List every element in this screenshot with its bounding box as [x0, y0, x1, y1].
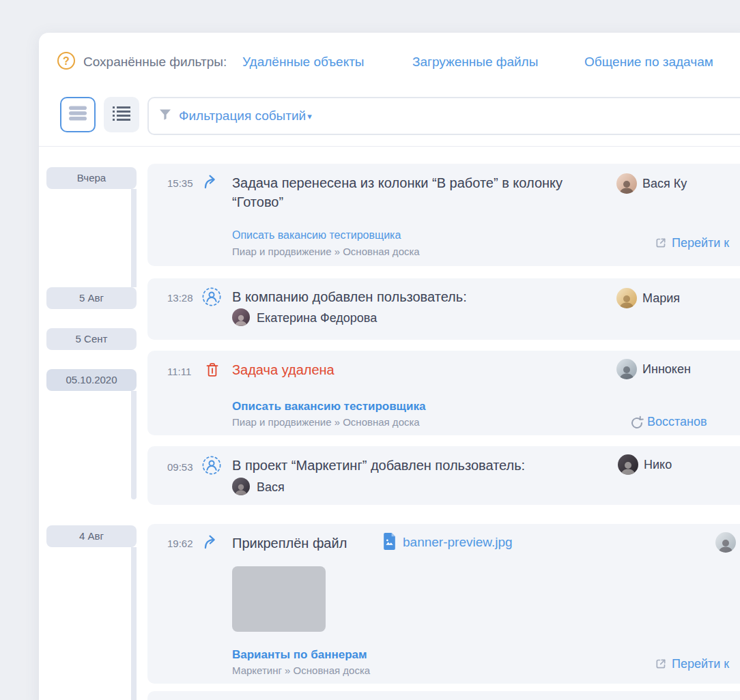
attached-file-link[interactable]: banner-preview.jpg	[403, 535, 513, 550]
event-time: 09:53	[167, 461, 193, 473]
added-user-name: Екатерина Федорова	[257, 311, 377, 325]
card-view-icon	[68, 105, 87, 124]
timeline-rail	[131, 391, 137, 499]
funnel-icon	[158, 108, 172, 124]
user-added-dashed-icon	[202, 456, 221, 478]
list-view-icon	[112, 105, 131, 124]
added-user-name: Вася	[257, 480, 285, 495]
task-link[interactable]: Описать вакансию тестировщика	[232, 400, 425, 413]
event-time: 19:62	[167, 538, 193, 549]
forward-arrow-icon	[202, 534, 220, 554]
board-path: Пиар и продвижение » Основная доска	[232, 246, 420, 257]
event-title: Задача перенесена из колонки “В работе” …	[232, 173, 594, 212]
filter-link-uploaded-files[interactable]: Загруженные файлы	[412, 55, 538, 70]
actor-avatar	[616, 173, 637, 194]
date-chip-sep5[interactable]: 5 Сент	[46, 328, 137, 350]
activity-feed-screen: ? Сохранённые фильтры: Удалённые объекты…	[0, 0, 740, 700]
added-user-avatar	[232, 478, 250, 495]
date-chip-aug4[interactable]: 4 Авг	[46, 525, 137, 547]
actor-avatar	[616, 288, 637, 308]
date-chip-yesterday[interactable]: Вчера	[46, 167, 137, 189]
event-card-file-attached: 19:62 Прикреплён файл banner-preview.jpg…	[147, 524, 740, 684]
event-filter-input[interactable]: Фильтрация событий ▾	[147, 97, 740, 135]
task-link[interactable]: Описать вакансию тестировщика	[232, 229, 401, 242]
event-time: 13:28	[167, 292, 193, 304]
actor-name: Вася Ку	[642, 177, 687, 191]
event-card-task-deleted: 11:11 Задача удалена Описать вакансию те…	[147, 351, 740, 435]
user-added-dashed-icon	[202, 287, 221, 309]
event-title: В проект “Маркетинг” добавлен пользовате…	[232, 456, 642, 475]
timeline-rail	[131, 547, 137, 700]
forward-arrow-icon	[202, 173, 220, 194]
event-time: 11:11	[167, 366, 191, 377]
list-view-button[interactable]	[104, 97, 139, 132]
task-link[interactable]: Варианты по баннерам	[232, 648, 367, 662]
actor-name: Нико	[644, 458, 672, 472]
restore-icon	[629, 415, 644, 433]
restore-task-link[interactable]: Восстанов	[647, 415, 707, 429]
filter-link-deleted-objects[interactable]: Удалённые объекты	[242, 55, 365, 70]
go-to-task-link[interactable]: Перейти к	[672, 236, 729, 250]
file-preview-thumbnail[interactable]	[232, 566, 326, 632]
added-user-avatar	[232, 308, 250, 326]
card-view-button[interactable]	[60, 97, 96, 132]
toolbar-divider	[39, 146, 740, 147]
actor-name: Мария	[642, 291, 680, 306]
external-link-icon	[654, 657, 668, 673]
timeline-rail	[131, 189, 137, 287]
event-card-partial	[147, 691, 740, 700]
event-title: Задача удалена	[232, 360, 614, 379]
actor-avatar	[616, 359, 637, 379]
help-icon[interactable]: ?	[57, 52, 75, 70]
date-chip-aug5[interactable]: 5 Авг	[46, 287, 137, 309]
saved-filters-label: Сохранённые фильтры:	[83, 55, 227, 70]
event-time: 15:35	[167, 177, 193, 189]
actor-name: Иннокен	[642, 362, 691, 377]
event-title: Прикреплён файл	[232, 534, 382, 553]
external-link-icon	[654, 236, 668, 252]
trash-icon	[205, 362, 220, 381]
event-card-user-added-company: 13:28 В компанию добавлен пользователь: …	[147, 278, 740, 340]
actor-avatar	[715, 532, 736, 553]
filter-link-task-communication[interactable]: Общение по задачам	[584, 55, 713, 70]
actor-avatar	[618, 454, 638, 475]
filter-input-label: Фильтрация событий	[179, 108, 306, 123]
event-card-user-added-project: 09:53 В проект “Маркетинг” добавлен поль…	[147, 446, 740, 505]
board-path: Пиар и продвижение » Основная доска	[232, 416, 420, 428]
board-path: Маркетинг » Основная доска	[232, 665, 370, 676]
event-card-task-moved: 15:35 Задача перенесена из колонки “В ра…	[147, 164, 740, 266]
event-title: В компанию добавлен пользователь:	[232, 287, 614, 306]
image-file-icon	[382, 533, 397, 553]
date-chip-05-10-2020[interactable]: 05.10.2020	[46, 369, 137, 391]
chevron-down-icon: ▾	[307, 111, 312, 121]
go-to-task-link[interactable]: Перейти к	[672, 657, 729, 671]
